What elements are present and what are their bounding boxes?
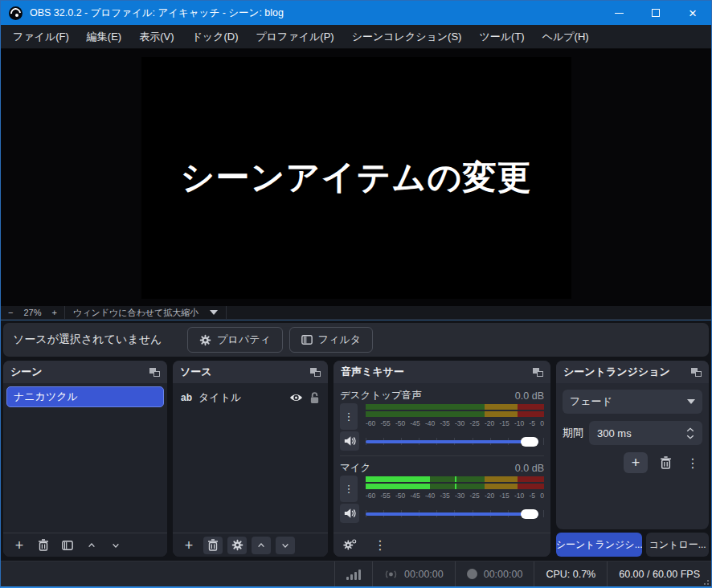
transition-select[interactable]: フェード (563, 390, 702, 414)
sources-panel-header[interactable]: ソース (173, 361, 328, 383)
add-transition-button[interactable]: + (624, 452, 648, 473)
menu-bar: ファイル(F)編集(E)表示(V)ドック(D)プロファイル(P)シーンコレクショ… (1, 25, 711, 49)
menu-item[interactable]: 表示(V) (130, 25, 182, 49)
transition-actions: + ⋮ (563, 452, 702, 473)
stream-time: 00:00:00 (404, 569, 444, 580)
minimize-button[interactable] (600, 1, 637, 25)
cpu-usage: CPU: 0.7% (534, 561, 607, 586)
duration-row: 期間 300 ms (563, 421, 702, 445)
obs-window: OBS 32.0.2 - プロファイル: アイキャッチ - シーン: blog … (0, 0, 712, 588)
close-button[interactable]: × (674, 1, 711, 25)
record-timer: 00:00:00 (455, 561, 534, 586)
program-canvas[interactable]: シーンアイテムの変更 (141, 57, 571, 299)
add-source-button[interactable]: + (179, 537, 198, 554)
scene-item-selected[interactable]: ナニカツクル (6, 386, 164, 407)
chevron-down-icon (112, 541, 120, 549)
transitions-panel-header[interactable]: シーントランジション (556, 361, 709, 383)
scene-move-down-button[interactable] (106, 537, 125, 554)
menu-item[interactable]: ツール(T) (470, 25, 533, 49)
sources-toolbar: + (173, 533, 328, 557)
filters-button[interactable]: フィルタ (289, 327, 373, 353)
dock-tab-bar: シーントランジシ... コントロー... (556, 529, 709, 557)
no-source-selected-label: ソースが選択されていません (13, 333, 162, 347)
transitions-body: フェード 期間 300 ms (556, 383, 709, 480)
popout-icon[interactable] (533, 368, 543, 377)
menu-item[interactable]: シーンコレクション(S) (343, 25, 471, 49)
trash-icon (38, 539, 49, 551)
source-move-down-button[interactable] (276, 537, 295, 554)
advanced-audio-button[interactable] (340, 537, 359, 554)
chevron-up-icon (257, 541, 265, 549)
mute-button[interactable] (340, 504, 359, 523)
scene-list[interactable]: ナニカツクル (3, 383, 167, 533)
eye-icon[interactable] (289, 393, 303, 402)
slider-handle[interactable] (521, 509, 538, 519)
menu-item[interactable]: ヘルプ(H) (534, 25, 598, 49)
zoom-in-button[interactable]: + (44, 308, 63, 317)
mixer-title: 音声ミキサー (341, 365, 404, 379)
zoom-out-button[interactable]: − (1, 308, 20, 317)
maximize-button[interactable] (637, 1, 674, 25)
duration-label: 期間 (563, 426, 583, 440)
transition-current: フェード (570, 394, 687, 409)
fit-to-window-dropdown[interactable]: ウィンドウに合わせて拡大縮小 (64, 306, 227, 319)
preview-area[interactable]: シーンアイテムの変更 (1, 49, 711, 306)
popout-icon[interactable] (149, 368, 160, 377)
scene-name: ナニカツクル (14, 390, 78, 404)
spin-down-icon[interactable] (686, 435, 694, 439)
channel-menu-button[interactable]: ⋮ (340, 403, 358, 430)
transition-menu-button[interactable]: ⋮ (683, 454, 702, 472)
channel-name: デスクトップ音声 (340, 389, 422, 402)
properties-button[interactable]: プロパティ (187, 327, 283, 353)
menu-item[interactable]: ドック(D) (183, 25, 248, 49)
volume-slider[interactable] (366, 431, 544, 451)
signal-bars-icon (346, 569, 361, 580)
duration-spinbox[interactable]: 300 ms (589, 421, 702, 445)
scene-move-up-button[interactable] (82, 537, 101, 554)
popout-icon[interactable] (691, 368, 702, 377)
close-icon: × (689, 6, 697, 20)
fit-to-window-label: ウィンドウに合わせて拡大縮小 (73, 307, 198, 319)
unlock-icon[interactable] (309, 392, 320, 404)
kebab-icon: ⋮ (344, 410, 354, 423)
popout-icon[interactable] (310, 368, 321, 377)
remove-transition-button[interactable] (656, 454, 675, 472)
source-item[interactable]: ab タイトル (176, 386, 325, 409)
tab-scene-transitions[interactable]: シーントランジシ... (556, 533, 642, 557)
mixer-menu-button[interactable]: ⋮ (370, 537, 390, 554)
add-scene-button[interactable]: + (10, 537, 29, 554)
mute-button[interactable] (340, 431, 359, 451)
source-list[interactable]: ab タイトル (173, 383, 328, 533)
dock-area: シーン ナニカツクル + (1, 360, 711, 561)
tab-controls[interactable]: コントロー... (646, 533, 709, 557)
remove-scene-button[interactable] (34, 537, 53, 554)
spinner-arrows (680, 427, 694, 439)
spin-up-icon[interactable] (686, 427, 694, 432)
source-move-up-button[interactable] (252, 537, 271, 554)
divider (340, 455, 544, 456)
title-bar: OBS 32.0.2 - プロファイル: アイキャッチ - シーン: blog … (1, 1, 711, 25)
channel-name: マイク (340, 461, 370, 475)
meter-scale: -60-55-50-45-40-35-30-25-20-15-10-50 (366, 419, 544, 427)
broadcast-icon (384, 569, 398, 580)
scenes-panel: シーン ナニカツクル + (3, 361, 167, 557)
menu-item[interactable]: 編集(E) (78, 25, 130, 49)
speaker-icon (344, 508, 356, 519)
resize-grip[interactable] (702, 578, 709, 585)
menu-item[interactable]: ファイル(F) (4, 25, 78, 49)
scenes-panel-header[interactable]: シーン (3, 361, 167, 383)
record-time: 00:00:00 (484, 569, 523, 580)
duration-value: 300 ms (597, 427, 632, 439)
slider-handle[interactable] (521, 437, 538, 447)
remove-source-button[interactable] (203, 537, 223, 554)
channel-menu-button[interactable]: ⋮ (340, 476, 358, 502)
kebab-icon: ⋮ (344, 483, 354, 495)
volume-slider[interactable] (366, 504, 544, 523)
scene-filters-button[interactable] (58, 537, 77, 554)
source-properties-button[interactable] (227, 537, 247, 554)
mixer-channel-desktop: デスクトップ音声 0.0 dB ⋮ -60-55-50-45-40-35-30-… (340, 388, 544, 451)
canvas-title-text: シーンアイテムの変更 (181, 155, 532, 200)
record-icon (467, 569, 477, 579)
mixer-panel-header[interactable]: 音声ミキサー (333, 361, 550, 383)
menu-item[interactable]: プロファイル(P) (247, 25, 342, 49)
